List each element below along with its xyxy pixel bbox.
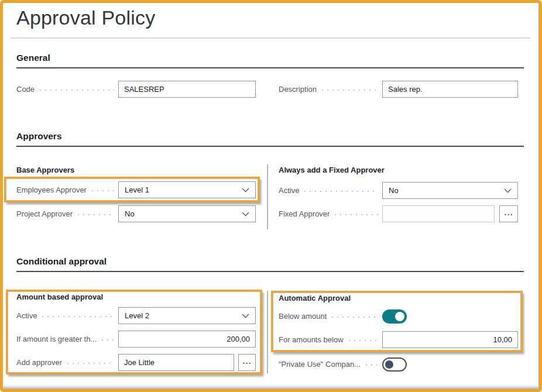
group-heading-automatic: Automatic Approval — [279, 294, 518, 303]
chevron-down-icon — [242, 212, 249, 216]
dotted-leader — [67, 363, 114, 364]
dotted-leader — [92, 190, 114, 191]
amount-active-label: Active — [16, 311, 118, 320]
dotted-leader — [42, 316, 114, 317]
code-field-row: Code — [16, 81, 256, 98]
add-approver-label: Add approver — [16, 358, 118, 367]
for-amounts-below-label: For amounts below — [279, 335, 382, 344]
ellipsis-icon: ... — [504, 208, 513, 216]
group-heading-amount-based: Amount based approval — [16, 293, 256, 302]
private-use-field-row: "Private Use" Compan... — [279, 356, 518, 373]
toggle-knob — [395, 312, 404, 321]
amount-greater-input[interactable] — [118, 331, 256, 348]
description-field-row: Description — [279, 81, 518, 98]
fixed-approver-label: Fixed Approver — [279, 209, 382, 218]
column-divider — [267, 164, 268, 229]
toggle-knob — [385, 360, 393, 369]
section-heading-conditional: Conditional approval — [16, 256, 524, 272]
fixed-active-select[interactable]: No — [382, 182, 518, 199]
approval-policy-page: Approval Policy General Code Description — [0, 0, 542, 392]
amount-active-field-row: Active Level 2 — [16, 307, 256, 324]
fixed-active-label: Active — [279, 186, 382, 195]
below-amount-label: Below amount — [279, 312, 382, 321]
fixed-approver-field-row: Fixed Approver ... — [279, 205, 518, 222]
dotted-leader — [304, 191, 378, 192]
project-approver-select[interactable]: No — [118, 205, 256, 222]
add-approver-input[interactable] — [118, 354, 234, 371]
code-label: Code — [16, 85, 118, 94]
chevron-down-icon — [242, 188, 249, 192]
page-title: Approval Policy — [16, 6, 524, 29]
ellipsis-icon: ... — [242, 356, 252, 365]
dotted-leader — [40, 90, 114, 91]
dotted-leader — [78, 214, 114, 215]
group-heading-fixed-approver: Always add a Fixed Approver — [279, 166, 518, 175]
column-divider — [267, 291, 268, 373]
project-approver-label: Project Approver — [16, 209, 118, 218]
private-use-label: "Private Use" Compan... — [279, 360, 382, 369]
section-heading-general: General — [16, 53, 524, 68]
dotted-leader — [366, 365, 378, 366]
fixed-approver-input[interactable] — [382, 205, 495, 222]
highlight-box-automatic: Automatic Approval Below amount For amou… — [271, 291, 523, 352]
dotted-leader — [349, 340, 378, 341]
private-use-toggle[interactable] — [382, 357, 407, 372]
dotted-leader — [102, 339, 114, 341]
chevron-down-icon — [242, 314, 249, 318]
amount-greater-label: If amount is greater th... — [16, 335, 118, 343]
group-heading-base-approvers: Base Approvers — [16, 166, 256, 175]
add-approver-field-row: Add approver ... — [16, 354, 256, 371]
below-amount-field-row: Below amount — [279, 308, 518, 325]
description-input[interactable] — [382, 81, 518, 98]
highlight-box-employees-approver: Employees Approver Level 1 — [4, 177, 260, 202]
fixed-approver-assist-button[interactable]: ... — [499, 205, 518, 222]
fixed-active-field-row: Active No — [279, 182, 518, 199]
for-amounts-below-field-row: For amounts below — [279, 331, 518, 348]
employees-approver-field-row: Employees Approver Level 1 — [16, 181, 256, 198]
add-approver-assist-button[interactable]: ... — [238, 354, 256, 371]
code-input[interactable] — [118, 81, 256, 98]
section-heading-approvers: Approvers — [16, 131, 524, 147]
description-label: Description — [279, 85, 382, 94]
dotted-leader — [322, 90, 378, 91]
dotted-leader — [332, 317, 378, 318]
amount-active-select[interactable]: Level 2 — [118, 307, 256, 324]
employees-approver-select[interactable]: Level 1 — [118, 181, 256, 198]
below-amount-toggle[interactable] — [382, 310, 407, 324]
chevron-down-icon — [504, 188, 512, 193]
dotted-leader — [335, 214, 378, 215]
project-approver-field-row: Project Approver No — [16, 205, 256, 222]
highlight-box-amount-based: Amount based approval Active Level 2 — [6, 290, 262, 374]
title-divider — [11, 37, 531, 39]
amount-greater-field-row: If amount is greater th... — [16, 331, 256, 348]
for-amounts-below-input[interactable] — [382, 331, 518, 348]
employees-approver-label: Employees Approver — [16, 185, 118, 194]
